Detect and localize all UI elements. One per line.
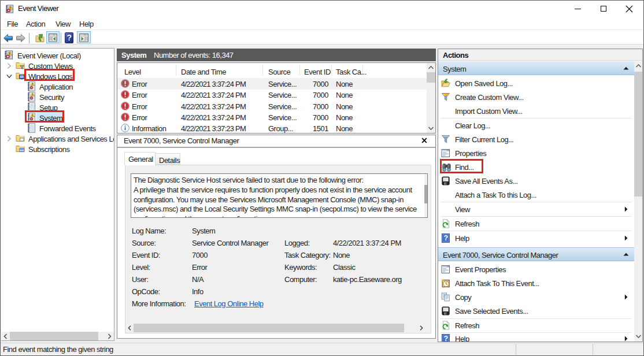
svg-text:?: ? [66,33,71,42]
